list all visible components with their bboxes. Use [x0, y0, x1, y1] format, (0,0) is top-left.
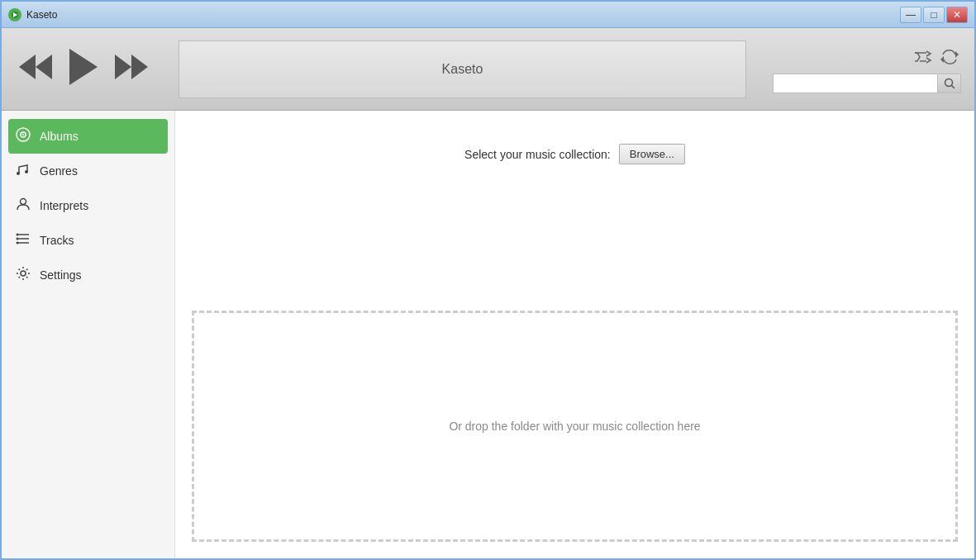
- tracks-label: Tracks: [40, 234, 74, 247]
- main-area: Albums Genres: [2, 111, 974, 558]
- interprets-label: Interprets: [40, 199, 88, 212]
- svg-point-13: [22, 134, 24, 135]
- window-title: Kaseto: [26, 9, 900, 21]
- search-input[interactable]: [773, 74, 938, 93]
- svg-marker-4: [69, 49, 98, 85]
- svg-point-22: [17, 242, 19, 244]
- interprets-icon: [15, 197, 31, 215]
- svg-marker-7: [955, 51, 959, 58]
- content-area: Select your music collection: Browse... …: [175, 111, 974, 558]
- playback-controls: [15, 46, 152, 93]
- svg-point-9: [945, 78, 952, 86]
- search-container: [773, 74, 961, 93]
- titlebar: Kaseto — □ ✕: [2, 2, 974, 28]
- rewind-button[interactable]: [15, 50, 56, 88]
- svg-point-20: [17, 234, 19, 236]
- svg-marker-3: [36, 55, 52, 79]
- sidebar-item-interprets[interactable]: Interprets: [2, 188, 174, 223]
- svg-point-15: [25, 170, 28, 173]
- forward-button[interactable]: [111, 50, 152, 88]
- settings-icon: [15, 266, 31, 284]
- settings-label: Settings: [40, 268, 82, 282]
- window-controls: — □ ✕: [900, 7, 968, 23]
- sidebar: Albums Genres: [2, 111, 175, 558]
- drop-zone-text: Or drop the folder with your music colle…: [449, 420, 700, 433]
- svg-line-10: [951, 85, 955, 88]
- play-button[interactable]: [63, 46, 104, 93]
- select-collection-row: Select your music collection: Browse...: [464, 144, 685, 164]
- svg-point-23: [21, 271, 26, 276]
- toolbar-right: [773, 45, 961, 93]
- maximize-button[interactable]: □: [923, 7, 945, 23]
- now-playing-text: Kaseto: [442, 62, 483, 77]
- album-icon: [15, 127, 31, 145]
- svg-point-21: [17, 238, 19, 240]
- sidebar-item-albums[interactable]: Albums: [8, 119, 168, 154]
- tracks-icon: [15, 231, 31, 249]
- drop-zone[interactable]: Or drop the folder with your music colle…: [192, 311, 958, 542]
- now-playing-panel: Kaseto: [179, 40, 746, 98]
- svg-marker-6: [131, 55, 148, 79]
- sidebar-item-settings[interactable]: Settings: [2, 258, 174, 292]
- browse-button[interactable]: Browse...: [619, 144, 685, 164]
- shuffle-button[interactable]: [912, 45, 935, 69]
- genres-label: Genres: [40, 164, 78, 178]
- svg-marker-5: [115, 55, 131, 79]
- close-button[interactable]: ✕: [946, 7, 968, 23]
- app-window: Kaseto — □ ✕: [0, 0, 976, 560]
- svg-point-14: [17, 172, 20, 175]
- repeat-button[interactable]: [938, 45, 961, 69]
- svg-marker-2: [19, 55, 36, 79]
- select-collection-label: Select your music collection:: [464, 148, 611, 161]
- svg-marker-8: [940, 56, 944, 63]
- search-button[interactable]: [938, 74, 961, 93]
- sidebar-item-genres[interactable]: Genres: [2, 154, 174, 188]
- toolbar: Kaseto: [2, 28, 974, 111]
- app-icon: [8, 8, 21, 21]
- albums-label: Albums: [40, 130, 79, 143]
- minimize-button[interactable]: —: [900, 7, 921, 23]
- genre-icon: [15, 162, 31, 180]
- toolbar-action-icons: [912, 45, 961, 69]
- svg-point-16: [21, 199, 26, 205]
- sidebar-item-tracks[interactable]: Tracks: [2, 223, 174, 258]
